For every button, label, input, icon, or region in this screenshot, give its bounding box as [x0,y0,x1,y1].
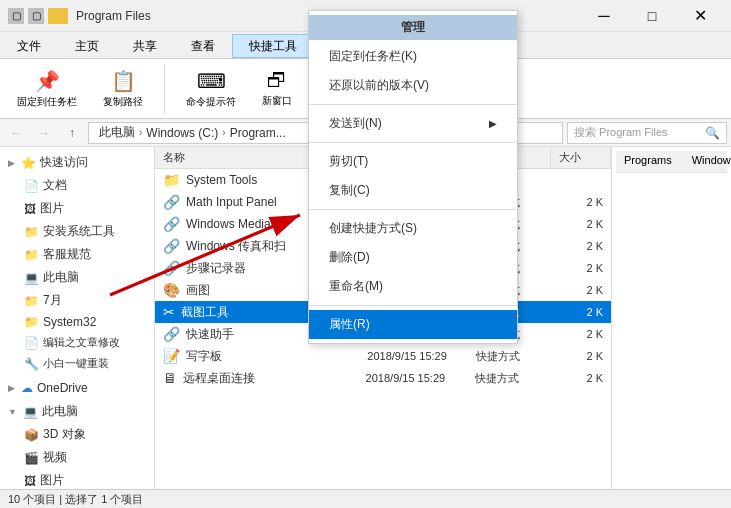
context-menu-item-3[interactable]: 剪切(T) [309,147,517,176]
minimize-btn[interactable]: ─ [581,1,627,31]
sidebar-item-july[interactable]: 📁 7月 [0,289,154,312]
file-size-6: 2 K [548,306,603,318]
sidebar-item-install-tools[interactable]: 📁 安装系统工具 [0,220,154,243]
up-btn[interactable]: ↑ [60,122,84,144]
photo-icon: 🖼 [24,474,36,488]
sidebar-item-system32[interactable]: 📁 System32 [0,312,154,332]
maximize-btn[interactable]: □ [629,1,675,31]
file-date-8: 2018/9/15 15:29 [367,350,476,362]
file-size-3: 2 K [549,240,603,252]
sidebar-quick-access[interactable]: ▶ ⭐ 快速访问 [0,151,154,174]
context-menu-sep-4 [309,305,517,306]
context-menu-item-6[interactable]: 删除(D) [309,243,517,272]
pictures-icon: 🖼 [24,202,36,216]
submenu-arrow-2: ▶ [489,118,497,129]
title-text: Program Files [76,9,151,23]
sidebar-item-kefu[interactable]: 📁 客服规范 [0,243,154,266]
file-size-2: 2 K [549,218,603,230]
folder-icon [48,8,68,24]
file-icon-2: 🔗 [163,216,180,232]
quick-access-label: 快速访问 [40,154,88,171]
file-date-9: 2018/9/15 15:29 [366,372,476,384]
file-size-9: 2 K [548,372,603,384]
july-label: 7月 [43,292,62,309]
new-window-icon: 🗗 [267,69,287,92]
tab-home[interactable]: 主页 [58,34,116,58]
install-tools-icon: 📁 [24,225,39,239]
ribbon-sep-1 [164,64,165,114]
context-menu-item-0[interactable]: 固定到任务栏(K) [309,42,517,71]
cmd-icon: ⌨ [197,69,226,93]
sidebar-item-photo[interactable]: 🖼 图片 [0,469,154,489]
file-type-9: 快捷方式 [475,371,548,386]
sidebar-item-thispc-quick[interactable]: 💻 此电脑 [0,266,154,289]
status-bar: 10 个项目 | 选择了 1 个项目 [0,489,731,508]
path-segment-1[interactable]: 此电脑 [95,124,139,141]
quick-access-icon: ⭐ [21,156,36,170]
right-col-programs: Programs [624,154,672,169]
right-panel: Programs Windows [611,147,731,489]
thispc-quick-label: 此电脑 [43,269,79,286]
pin-to-taskbar-btn[interactable]: 📌 固定到任务栏 [8,63,86,115]
file-size-5: 2 K [549,284,603,296]
edit-label: 编辑之文章修改 [43,335,120,350]
search-box[interactable]: 搜索 Program Files 🔍 [567,122,727,144]
sidebar-item-3d[interactable]: 📦 3D 对象 [0,423,154,446]
back-btn[interactable]: ← [4,122,28,144]
sidebar-item-docs[interactable]: 📄 文档 [0,174,154,197]
edit-icon: 📄 [24,336,39,350]
context-menu: 管理 固定到任务栏(K) 还原以前的版本(V) 发送到(N) ▶ 剪切(T) 复… [308,10,518,344]
file-icon-7: 🔗 [163,326,180,342]
sidebar-onedrive[interactable]: ▶ ☁ OneDrive [0,378,154,398]
quick-access-arrow: ▶ [8,158,15,168]
context-menu-top-label: 管理 [309,15,517,40]
copy-path-icon: 📋 [111,69,136,93]
context-menu-item-5[interactable]: 创建快捷方式(S) [309,214,517,243]
context-menu-item-2[interactable]: 发送到(N) ▶ [309,109,517,138]
sidebar-item-xiaobai[interactable]: 🔧 小白一键重装 [0,353,154,374]
context-menu-sep-1 [309,104,517,105]
tab-view[interactable]: 查看 [174,34,232,58]
sidebar-thispc[interactable]: ▼ 💻 此电脑 [0,400,154,423]
copy-path-btn[interactable]: 📋 复制路径 [94,63,152,115]
file-item-8[interactable]: 📝 写字板 2018/9/15 15:29 快捷方式 2 K [155,345,611,367]
docs-icon: 📄 [24,179,39,193]
thispc-icon: 💻 [23,405,38,419]
photo-label: 图片 [40,472,64,489]
sidebar-item-video[interactable]: 🎬 视频 [0,446,154,469]
pictures-label: 图片 [40,200,64,217]
video-label: 视频 [43,449,67,466]
tab-share[interactable]: 共享 [116,34,174,58]
tab-file[interactable]: 文件 [0,34,58,58]
right-col-windows: Windows [692,154,731,169]
file-type-8: 快捷方式 [476,349,549,364]
cmd-btn[interactable]: ⌨ 命令提示符 [177,63,245,115]
context-menu-item-7[interactable]: 重命名(M) [309,272,517,301]
close-btn[interactable]: ✕ [677,1,723,31]
col-size[interactable]: 大小 [551,147,611,168]
new-window-btn[interactable]: 🗗 新窗口 [253,63,301,115]
file-size-7: 2 K [549,328,603,340]
file-icon-5: 🎨 [163,282,180,298]
onedrive-label: OneDrive [37,381,88,395]
onedrive-icon: ☁ [21,381,33,395]
install-tools-label: 安装系统工具 [43,223,115,240]
file-name-8: 写字板 [186,348,367,365]
context-menu-item-8[interactable]: 属性(R) [309,310,517,339]
sidebar-item-pictures[interactable]: 🖼 图片 [0,197,154,220]
file-icon-9: 🖥 [163,370,177,386]
file-item-9[interactable]: 🖥 远程桌面连接 2018/9/15 15:29 快捷方式 2 K [155,367,611,389]
tab-quicktools[interactable]: 快捷工具 [232,34,314,58]
file-icon-3: 🔗 [163,238,180,254]
path-segment-2[interactable]: Windows (C:) [142,126,222,140]
forward-btn[interactable]: → [32,122,56,144]
context-menu-item-4[interactable]: 复制(C) [309,176,517,205]
file-icon-1: 🔗 [163,194,180,210]
xiaobai-label: 小白一键重装 [43,356,109,371]
xiaobai-icon: 🔧 [24,357,39,371]
sidebar-item-edit[interactable]: 📄 编辑之文章修改 [0,332,154,353]
title-icon-1: ▢ [8,8,24,24]
path-segment-3[interactable]: Program... [226,126,290,140]
context-menu-item-1[interactable]: 还原以前的版本(V) [309,71,517,100]
thispc-quick-icon: 💻 [24,271,39,285]
